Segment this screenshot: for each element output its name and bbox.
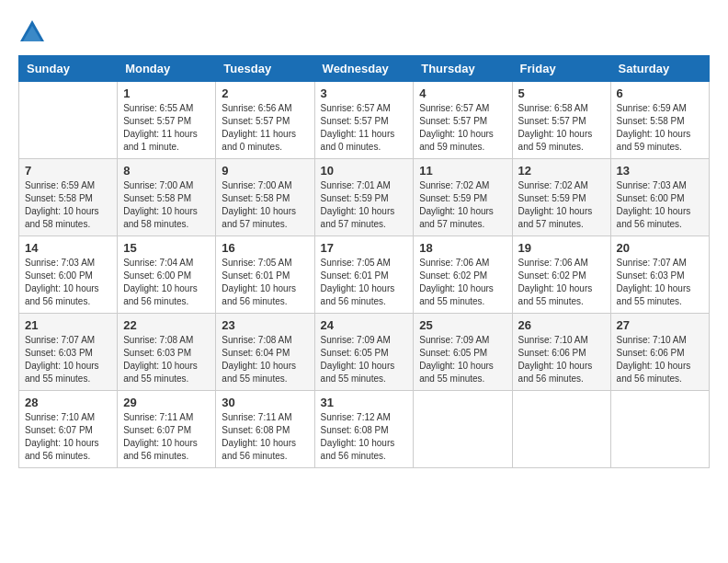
day-number: 5 [518,86,605,100]
day-info: Sunrise: 7:10 AM Sunset: 6:07 PM Dayligh… [25,411,111,463]
weekday-header: Sunday [19,56,118,82]
day-number: 16 [222,241,308,255]
calendar-cell: 10Sunrise: 7:01 AM Sunset: 5:59 PM Dayli… [314,159,414,236]
calendar-cell [610,391,709,468]
logo-icon [18,18,46,46]
day-number: 29 [123,396,210,409]
calendar-cell: 15Sunrise: 7:04 AM Sunset: 6:00 PM Dayli… [118,236,216,314]
weekday-header: Saturday [610,56,709,82]
weekday-header: Thursday [414,56,512,82]
day-number: 12 [518,164,605,178]
day-number: 31 [321,396,408,409]
day-number: 1 [123,86,210,100]
calendar-cell [19,82,118,159]
weekday-header: Wednesday [314,56,414,82]
day-number: 17 [321,241,408,255]
calendar-cell: 21Sunrise: 7:07 AM Sunset: 6:03 PM Dayli… [19,314,118,391]
calendar-cell: 6Sunrise: 6:59 AM Sunset: 5:58 PM Daylig… [610,82,709,159]
calendar-cell: 5Sunrise: 6:58 AM Sunset: 5:57 PM Daylig… [512,82,610,159]
day-number: 14 [25,241,111,255]
day-number: 25 [419,318,506,332]
day-info: Sunrise: 7:11 AM Sunset: 6:08 PM Dayligh… [222,411,308,463]
day-number: 8 [123,164,210,178]
day-info: Sunrise: 7:11 AM Sunset: 6:07 PM Dayligh… [123,411,210,463]
calendar-cell: 28Sunrise: 7:10 AM Sunset: 6:07 PM Dayli… [19,391,118,468]
page-header [18,18,710,46]
day-info: Sunrise: 7:10 AM Sunset: 6:06 PM Dayligh… [518,334,605,385]
day-info: Sunrise: 7:05 AM Sunset: 6:01 PM Dayligh… [222,257,308,308]
day-info: Sunrise: 6:59 AM Sunset: 5:58 PM Dayligh… [617,102,703,154]
calendar-week-row: 7Sunrise: 6:59 AM Sunset: 5:58 PM Daylig… [19,159,710,236]
weekday-header-row: SundayMondayTuesdayWednesdayThursdayFrid… [19,56,710,82]
calendar-cell: 8Sunrise: 7:00 AM Sunset: 5:58 PM Daylig… [118,159,216,236]
day-info: Sunrise: 7:08 AM Sunset: 6:03 PM Dayligh… [123,334,210,385]
calendar-cell: 9Sunrise: 7:00 AM Sunset: 5:58 PM Daylig… [216,159,314,236]
calendar-week-row: 28Sunrise: 7:10 AM Sunset: 6:07 PM Dayli… [19,391,710,468]
day-number: 28 [25,396,111,409]
logo [18,18,50,46]
day-number: 23 [222,318,308,332]
calendar-cell: 18Sunrise: 7:06 AM Sunset: 6:02 PM Dayli… [414,236,512,314]
calendar-cell: 17Sunrise: 7:05 AM Sunset: 6:01 PM Dayli… [314,236,414,314]
calendar-cell: 7Sunrise: 6:59 AM Sunset: 5:58 PM Daylig… [19,159,118,236]
calendar-cell: 31Sunrise: 7:12 AM Sunset: 6:08 PM Dayli… [314,391,414,468]
calendar: SundayMondayTuesdayWednesdayThursdayFrid… [18,55,710,468]
day-info: Sunrise: 6:57 AM Sunset: 5:57 PM Dayligh… [419,102,506,154]
calendar-cell: 23Sunrise: 7:08 AM Sunset: 6:04 PM Dayli… [216,314,314,391]
day-number: 18 [419,241,506,255]
calendar-cell: 3Sunrise: 6:57 AM Sunset: 5:57 PM Daylig… [314,82,414,159]
weekday-header: Friday [512,56,610,82]
day-info: Sunrise: 7:10 AM Sunset: 6:06 PM Dayligh… [617,334,703,385]
day-number: 6 [617,86,703,100]
day-info: Sunrise: 7:06 AM Sunset: 6:02 PM Dayligh… [518,257,605,308]
day-info: Sunrise: 7:02 AM Sunset: 5:59 PM Dayligh… [419,179,506,231]
day-number: 21 [25,318,111,332]
day-info: Sunrise: 7:07 AM Sunset: 6:03 PM Dayligh… [25,334,111,385]
day-info: Sunrise: 7:09 AM Sunset: 6:05 PM Dayligh… [321,334,408,385]
day-number: 24 [321,318,408,332]
day-info: Sunrise: 7:06 AM Sunset: 6:02 PM Dayligh… [419,257,506,308]
day-info: Sunrise: 7:00 AM Sunset: 5:58 PM Dayligh… [123,179,210,231]
day-info: Sunrise: 6:55 AM Sunset: 5:57 PM Dayligh… [123,102,210,154]
day-info: Sunrise: 7:12 AM Sunset: 6:08 PM Dayligh… [321,411,408,463]
day-info: Sunrise: 6:58 AM Sunset: 5:57 PM Dayligh… [518,102,605,154]
day-info: Sunrise: 6:57 AM Sunset: 5:57 PM Dayligh… [321,102,408,154]
day-number: 3 [321,86,408,100]
calendar-cell: 13Sunrise: 7:03 AM Sunset: 6:00 PM Dayli… [610,159,709,236]
day-info: Sunrise: 7:07 AM Sunset: 6:03 PM Dayligh… [617,257,703,308]
calendar-cell: 22Sunrise: 7:08 AM Sunset: 6:03 PM Dayli… [118,314,216,391]
day-number: 26 [518,318,605,332]
day-number: 20 [617,241,703,255]
calendar-cell: 14Sunrise: 7:03 AM Sunset: 6:00 PM Dayli… [19,236,118,314]
day-info: Sunrise: 7:00 AM Sunset: 5:58 PM Dayligh… [222,179,308,231]
calendar-week-row: 14Sunrise: 7:03 AM Sunset: 6:00 PM Dayli… [19,236,710,314]
day-info: Sunrise: 7:01 AM Sunset: 5:59 PM Dayligh… [321,179,408,231]
weekday-header: Tuesday [216,56,314,82]
day-info: Sunrise: 6:59 AM Sunset: 5:58 PM Dayligh… [25,179,111,231]
weekday-header: Monday [118,56,216,82]
day-number: 2 [222,86,308,100]
calendar-cell: 11Sunrise: 7:02 AM Sunset: 5:59 PM Dayli… [414,159,512,236]
day-number: 7 [25,164,111,178]
calendar-cell: 20Sunrise: 7:07 AM Sunset: 6:03 PM Dayli… [610,236,709,314]
day-number: 30 [222,396,308,409]
calendar-cell: 24Sunrise: 7:09 AM Sunset: 6:05 PM Dayli… [314,314,414,391]
calendar-cell [414,391,512,468]
day-number: 9 [222,164,308,178]
day-number: 13 [617,164,703,178]
calendar-cell: 1Sunrise: 6:55 AM Sunset: 5:57 PM Daylig… [118,82,216,159]
day-info: Sunrise: 7:02 AM Sunset: 5:59 PM Dayligh… [518,179,605,231]
calendar-cell: 2Sunrise: 6:56 AM Sunset: 5:57 PM Daylig… [216,82,314,159]
day-info: Sunrise: 6:56 AM Sunset: 5:57 PM Dayligh… [222,102,308,154]
day-info: Sunrise: 7:09 AM Sunset: 6:05 PM Dayligh… [419,334,506,385]
day-number: 15 [123,241,210,255]
day-number: 10 [321,164,408,178]
calendar-cell: 25Sunrise: 7:09 AM Sunset: 6:05 PM Dayli… [414,314,512,391]
calendar-cell: 16Sunrise: 7:05 AM Sunset: 6:01 PM Dayli… [216,236,314,314]
day-info: Sunrise: 7:05 AM Sunset: 6:01 PM Dayligh… [321,257,408,308]
calendar-cell: 4Sunrise: 6:57 AM Sunset: 5:57 PM Daylig… [414,82,512,159]
day-number: 27 [617,318,703,332]
day-number: 11 [419,164,506,178]
calendar-cell: 12Sunrise: 7:02 AM Sunset: 5:59 PM Dayli… [512,159,610,236]
calendar-cell: 19Sunrise: 7:06 AM Sunset: 6:02 PM Dayli… [512,236,610,314]
